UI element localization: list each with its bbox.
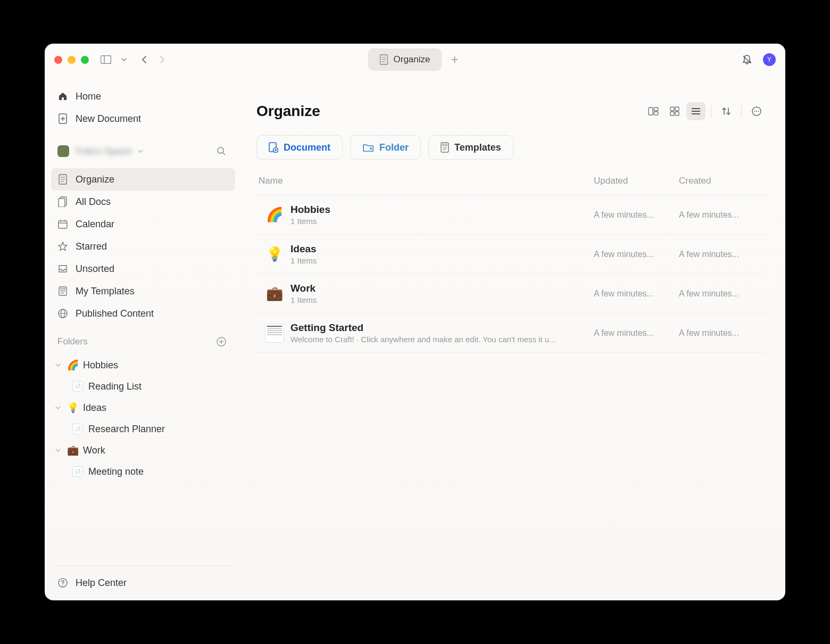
sidebar-home-label: Home <box>76 91 101 102</box>
app-window: Organize Y Home <box>45 44 785 600</box>
folder-emoji: 💼 <box>67 444 79 456</box>
new-document-chip[interactable]: Document <box>256 135 343 160</box>
nav-back-button[interactable] <box>137 52 152 67</box>
more-options-button[interactable] <box>747 102 766 120</box>
column-updated[interactable]: Updated <box>594 176 679 186</box>
row-updated: A few minutes... <box>594 328 679 338</box>
notifications-icon[interactable] <box>740 52 754 67</box>
chevron-down-icon <box>53 448 63 453</box>
column-name[interactable]: Name <box>259 176 594 186</box>
sidebar-item-all-docs[interactable]: All Docs <box>51 191 235 213</box>
column-created[interactable]: Created <box>679 176 764 186</box>
svg-rect-24 <box>59 287 67 295</box>
folder-label: Hobbies <box>83 360 118 371</box>
row-created: A few minutes... <box>679 250 764 259</box>
svg-rect-25 <box>61 288 65 290</box>
add-folder-button[interactable] <box>214 334 229 349</box>
row-updated: A few minutes... <box>594 250 679 259</box>
folder-tree-item[interactable]: 🌈 Hobbies <box>51 354 235 376</box>
sidebar-home[interactable]: Home <box>51 85 235 108</box>
folder-tree-item[interactable]: 💼 Work <box>51 440 235 461</box>
chip-label: Folder <box>379 142 409 153</box>
help-center-button[interactable]: Help Center <box>51 572 235 594</box>
workspace-avatar <box>57 145 69 157</box>
document-thumbnail-icon <box>265 324 284 343</box>
sidebar-item-my-templates[interactable]: My Templates <box>51 280 235 302</box>
folder-tree-child[interactable]: 📄 Research Planner <box>51 418 235 440</box>
svg-rect-40 <box>675 107 679 111</box>
search-button[interactable] <box>214 144 229 159</box>
row-subtitle: Welcome to Craft! · Click anywhere and m… <box>290 335 567 344</box>
table-row[interactable]: Getting Started Welcome to Craft! · Clic… <box>256 313 766 353</box>
view-grid-button[interactable] <box>665 102 684 120</box>
sidebar-new-document-label: New Document <box>76 113 141 125</box>
sidebar-new-document[interactable]: New Document <box>51 108 235 130</box>
workspace-name: Yulia's Space <box>74 146 132 157</box>
table-row[interactable]: 💼 Work 1 Items A few minutes... A few mi… <box>256 274 766 313</box>
sidebar-item-starred[interactable]: Starred <box>51 235 235 258</box>
svg-point-48 <box>756 111 757 112</box>
folder-tree-item[interactable]: 💡 Ideas <box>51 397 235 418</box>
sidebar-item-unsorted[interactable]: Unsorted <box>51 258 235 280</box>
svg-rect-36 <box>649 108 653 115</box>
chip-label: Templates <box>454 142 501 153</box>
traffic-lights <box>54 56 89 64</box>
globe-icon <box>57 309 68 318</box>
organize-icon <box>57 174 68 185</box>
document-icon <box>380 54 388 65</box>
svg-rect-20 <box>59 221 67 228</box>
new-folder-chip[interactable]: Folder <box>350 135 421 160</box>
sidebar-toggle-icon[interactable] <box>98 52 113 67</box>
sidebar-item-label: Starred <box>76 241 107 252</box>
child-label: Research Planner <box>88 424 165 435</box>
svg-rect-0 <box>101 56 111 64</box>
child-label: Reading List <box>88 381 142 392</box>
sidebar-item-label: Calendar <box>76 219 114 230</box>
folders-header-label: Folders <box>57 336 88 347</box>
row-subtitle: 1 Items <box>290 217 567 226</box>
help-center-label: Help Center <box>76 577 127 589</box>
document-icon: 📄 <box>72 381 83 392</box>
row-updated: A few minutes... <box>594 289 679 299</box>
folder-label: Ideas <box>83 402 106 414</box>
svg-point-35 <box>62 585 63 586</box>
view-list-button[interactable] <box>686 102 706 120</box>
tab-organize[interactable]: Organize <box>368 48 442 71</box>
tab-label: Organize <box>394 54 430 65</box>
sort-button[interactable] <box>717 102 736 120</box>
new-tab-button[interactable] <box>447 52 462 67</box>
folder-tree-child[interactable]: 📄 Reading List <box>51 376 235 397</box>
document-plus-icon <box>269 142 278 153</box>
view-cards-button[interactable] <box>644 102 663 120</box>
row-title: Ideas <box>290 243 594 255</box>
maximize-window-button[interactable] <box>81 56 89 64</box>
folder-tree-child[interactable]: 📄 Meeting note <box>51 461 235 482</box>
page-title: Organize <box>256 103 320 120</box>
document-icon: 📄 <box>72 466 83 477</box>
row-emoji: 💼 <box>266 285 283 302</box>
templates-chip[interactable]: Templates <box>428 135 513 160</box>
table-row[interactable]: 💡 Ideas 1 Items A few minutes... A few m… <box>256 235 766 274</box>
close-window-button[interactable] <box>54 56 62 64</box>
chevron-down-icon <box>53 362 63 368</box>
document-icon: 📄 <box>72 424 83 434</box>
sidebar-item-label: Unsorted <box>76 263 114 275</box>
folder-label: Work <box>83 445 105 456</box>
sidebar-item-published-content[interactable]: Published Content <box>51 302 235 325</box>
folders-header: Folders <box>51 332 235 351</box>
table-row[interactable]: 🌈 Hobbies 1 Items A few minutes... A few… <box>256 195 766 235</box>
nav-forward-button[interactable] <box>155 52 170 67</box>
sidebar: Home New Document Yulia's Space <box>45 76 242 600</box>
sidebar-item-calendar[interactable]: Calendar <box>51 213 235 235</box>
minimize-window-button[interactable] <box>68 56 76 64</box>
table-header: Name Updated Created <box>256 176 766 195</box>
svg-rect-57 <box>443 144 447 146</box>
user-avatar[interactable]: Y <box>763 53 776 66</box>
sidebar-dropdown-icon[interactable] <box>117 52 131 67</box>
sidebar-item-organize[interactable]: Organize <box>51 168 235 191</box>
folder-plus-icon <box>362 143 374 152</box>
workspace-selector[interactable]: Yulia's Space <box>51 139 235 163</box>
row-updated: A few minutes... <box>594 210 679 220</box>
chevron-down-icon <box>53 405 63 410</box>
svg-point-49 <box>758 111 759 112</box>
